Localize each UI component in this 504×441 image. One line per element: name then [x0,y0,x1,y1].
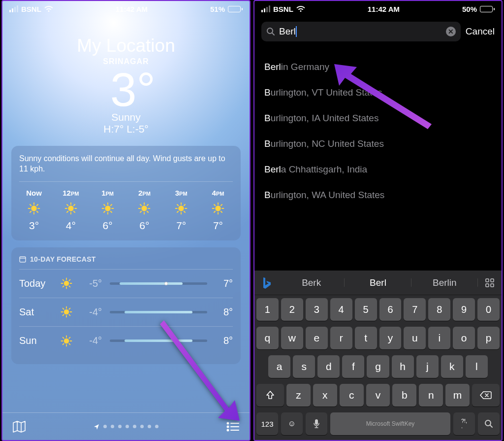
search-result[interactable]: Burlington, NC United States [264,131,492,157]
list-icon[interactable] [226,421,240,432]
key-emoji[interactable]: ☺ [281,412,303,435]
search-result[interactable]: Burlington, WA United States [264,182,492,208]
page-dot[interactable] [133,425,136,428]
key-0[interactable]: 0 [477,298,500,321]
key-a[interactable]: a [268,355,290,378]
key-3[interactable]: 3 [306,298,328,321]
hour-label: 2PM [138,189,151,197]
key-9[interactable]: 9 [453,298,475,321]
key-k[interactable]: k [441,355,463,378]
key-f[interactable]: f [342,355,364,378]
page-dot[interactable] [148,425,151,428]
key-space[interactable]: Microsoft SwiftKey [330,412,450,435]
status-bar: BSNL 11:42 AM 50% [254,1,502,16]
key-z[interactable]: z [286,384,311,407]
page-dot[interactable] [118,425,122,428]
svg-line-22 [104,211,105,212]
hourly-forecast[interactable]: Now 3° 12PM 4° 1PM 6° 2PM 6° 3PM 7° 4PM … [19,189,233,232]
key-mic[interactable] [306,412,327,435]
page-indicator[interactable] [94,424,158,430]
key-r[interactable]: r [330,327,352,349]
key-e[interactable]: e [306,327,328,349]
grid-icon[interactable] [478,278,502,287]
key-b[interactable]: b [392,384,416,407]
key-7[interactable]: 7 [404,298,426,321]
key-t[interactable]: t [355,327,377,349]
daily-forecast[interactable]: Today -5° 7° Sat -4° 8° Sun -4° [19,270,233,355]
key-g[interactable]: g [367,355,389,378]
map-icon[interactable] [12,420,26,433]
search-result[interactable]: Burlington, IA United States [264,105,492,131]
svg-line-26 [110,204,111,205]
key-d[interactable]: d [317,355,340,378]
key-l[interactable]: l [466,355,488,378]
daily-row[interactable]: Today -5° 7° [19,270,233,298]
cancel-button[interactable]: Cancel [466,26,495,37]
key-q[interactable]: q [256,327,279,349]
search-icon [266,27,275,36]
key-p[interactable]: p [477,327,500,349]
page-dot[interactable] [155,425,158,428]
key-w[interactable]: w [281,327,303,349]
low-temp: -4° [77,335,102,346]
key-2[interactable]: 2 [281,298,303,321]
key-4[interactable]: 4 [330,298,352,321]
page-dot[interactable] [111,425,114,428]
svg-line-53 [221,204,222,205]
battery-icon [228,6,243,12]
svg-point-55 [64,281,69,286]
key-n[interactable]: n [419,384,443,407]
suggestion-word[interactable]: Berlin [411,277,478,288]
key-m[interactable]: m [445,384,470,407]
summary-text: Sunny conditions will continue all day. … [19,154,233,182]
bing-icon[interactable] [254,276,278,289]
suggestion-word[interactable]: Berl [345,277,411,288]
search-result[interactable]: Berlin Germany [264,54,492,80]
key-shift[interactable] [256,384,284,407]
daily-card: 10-DAY FORECAST Today -5° 7° Sat -4° 8° … [11,247,241,364]
key-u[interactable]: u [404,327,426,349]
suggestion-word[interactable]: Berk [278,277,345,288]
svg-line-20 [110,211,111,212]
key-123[interactable]: 123 [256,412,278,435]
page-dot[interactable] [140,425,144,428]
key-1[interactable]: 1 [256,298,279,321]
key-v[interactable]: v [366,384,390,407]
sun-icon [60,277,73,289]
key-search[interactable] [478,412,500,435]
temp-range-bar [110,311,207,313]
page-dot[interactable] [126,425,129,428]
key-6[interactable]: 6 [379,298,402,321]
carrier-label: BSNL [21,5,41,13]
key-i[interactable]: i [428,327,450,349]
search-result[interactable]: Burlington, VT United States [264,80,492,105]
key-c[interactable]: c [340,384,364,407]
svg-line-31 [140,211,141,212]
page-dot[interactable] [103,425,107,428]
key-8[interactable]: 8 [428,298,450,321]
svg-rect-86 [486,279,489,282]
key-h[interactable]: h [392,355,414,378]
search-input-value[interactable]: Berl [279,26,296,37]
clear-icon[interactable]: ✕ [446,27,456,36]
key-x[interactable]: x [313,384,337,407]
hour-label: 1PM [101,189,114,197]
key-y[interactable]: y [379,327,402,349]
key-5[interactable]: 5 [355,298,377,321]
hourly-card: Sunny conditions will continue all day. … [11,146,241,240]
key-j[interactable]: j [416,355,439,378]
key-punct[interactable]: ?!, . [453,412,475,435]
keyboard: Berk Berl Berlin 1234567890 qwertyuiop a… [254,271,502,440]
search-bar[interactable]: Berl ✕ [261,22,461,41]
weather-header: My Location SRINAGAR 3° Sunny H:7° L:-5° [2,35,250,135]
daily-row[interactable]: Sun -4° 8° [19,327,233,355]
key-backspace[interactable] [472,384,500,407]
svg-point-83 [227,426,229,427]
key-s[interactable]: s [293,355,315,378]
key-o[interactable]: o [453,327,475,349]
search-result[interactable]: Berla Chhattisgarh, India [264,157,492,182]
search-results: Berlin GermanyBurlington, VT United Stat… [254,41,502,208]
svg-point-9 [68,205,73,211]
daily-row[interactable]: Sat -4° 8° [19,298,233,327]
hour-temp: 6° [139,220,149,232]
